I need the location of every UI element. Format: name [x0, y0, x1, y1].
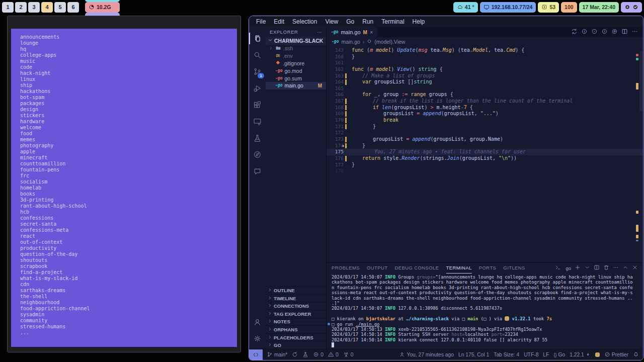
panel-action-chevup-icon[interactable] — [622, 263, 628, 273]
code-editor[interactable]: 143func (m model) Update(msg tea.Msg) (t… — [327, 46, 643, 262]
command-decoration[interactable] — [328, 323, 330, 325]
breadcrumb-symbol[interactable]: (model).View — [374, 39, 405, 45]
file-item-main.go[interactable]: -gomain.goM — [266, 82, 326, 89]
file-item-go.sum[interactable]: -gogo.sum — [266, 74, 326, 82]
weather-widget[interactable]: 41 ° — [453, 2, 478, 13]
section-outline[interactable]: OUTLINE — [266, 286, 326, 294]
status-gitlens-mode[interactable] — [302, 351, 308, 358]
code-text: } — [352, 162, 355, 168]
network-widget[interactable]: 192.168.10.77/24 — [480, 2, 536, 13]
file-item-go.mod[interactable]: -gogo.mod — [266, 67, 326, 74]
status-go-version[interactable]: 1.22.1 — [570, 352, 591, 358]
status-language[interactable]: {}Go — [553, 352, 565, 357]
brightness-widget[interactable]: 53 — [538, 2, 559, 13]
panel-tab-terminal[interactable]: TERMINAL — [446, 263, 472, 274]
activity-settings[interactable] — [249, 330, 266, 347]
action-compare-icon[interactable] — [571, 28, 578, 37]
menu-item-selection[interactable]: Selection — [288, 18, 321, 25]
battery-pct-widget[interactable]: 100 — [561, 2, 577, 13]
clock-widget[interactable]: 17 Mar, 22:40 — [579, 2, 619, 13]
file-item-gitignore[interactable]: .gitignore — [266, 60, 326, 67]
status-encoding[interactable]: UTF-8 — [524, 352, 538, 357]
activity-run-debug[interactable] — [249, 80, 266, 97]
code-text: } — [352, 124, 376, 130]
panel-tab-output[interactable]: OUTPUT — [367, 263, 387, 274]
action-circle-right-icon[interactable] — [601, 28, 608, 37]
tray-widget[interactable] — [621, 2, 642, 13]
activity-remote-explorer[interactable] — [249, 113, 266, 130]
status-tab-size[interactable]: Tab Size: 4 — [494, 352, 519, 357]
workspace-button-2[interactable]: 2 — [15, 2, 27, 13]
panel-action-more-icon[interactable] — [613, 263, 619, 273]
activity-extensions[interactable] — [249, 97, 266, 113]
section-placeholders[interactable]: PLACEHOLDERS — [266, 333, 326, 341]
workspace-button-5[interactable]: 5 — [54, 2, 66, 13]
menu-item-help[interactable]: Help — [409, 18, 429, 25]
status-cursor-position[interactable]: Ln 175, Col 1 — [458, 352, 489, 357]
status-blame[interactable]: You, 27 minutes ago — [399, 351, 454, 358]
integrated-terminal[interactable]: 2024/03/17 14:50:07 INFO Groups groups="… — [327, 273, 643, 349]
menu-item-edit[interactable]: Edit — [270, 18, 288, 25]
panel-tab-debug-console[interactable]: DEBUG CONSOLE — [394, 263, 439, 274]
menu-item-run[interactable]: Run — [358, 18, 377, 25]
activity-comments[interactable] — [249, 163, 266, 179]
menu-item-go[interactable]: Go — [342, 18, 358, 25]
action-more-icon[interactable] — [631, 28, 638, 37]
activity-gitlens[interactable] — [249, 146, 266, 163]
activity-source-control[interactable]: 1 — [249, 63, 266, 80]
workspace-button-1[interactable]: 1 — [2, 2, 14, 13]
section-timeline[interactable]: TIMELINE — [266, 294, 326, 302]
remote-indicator[interactable] — [249, 349, 263, 360]
panel-tab-gitlens[interactable]: GITLENS — [503, 263, 525, 274]
section-tag-explorer[interactable]: TAG EXPLORER — [266, 310, 326, 318]
workspace-button-4[interactable]: 4 — [41, 2, 53, 13]
channel-item: minecraft — [20, 155, 235, 161]
status-eol[interactable]: LF — [543, 352, 549, 357]
panel-tab-ports[interactable]: PORTS — [479, 263, 497, 274]
breadcrumb-file[interactable]: main.go — [341, 39, 360, 45]
file-item-env[interactable]: .env — [266, 52, 326, 60]
section-orphans[interactable]: ORPHANS — [266, 325, 326, 333]
close-tab-icon[interactable]: × — [370, 29, 373, 35]
battery-widget[interactable]: 2% — [85, 0, 120, 2]
status-gopher[interactable] — [595, 352, 600, 357]
menu-item-file[interactable]: File — [252, 18, 270, 25]
workspace-button-3[interactable]: 3 — [28, 2, 40, 13]
status-prettier[interactable]: Prettier — [604, 351, 628, 358]
activity-bottom — [249, 314, 266, 347]
status-warnings[interactable]: 0 — [328, 351, 339, 358]
section-go[interactable]: GO — [266, 341, 326, 349]
activity-accounts[interactable] — [249, 314, 266, 330]
panel-action-trash-icon[interactable] — [603, 263, 609, 273]
workspace-button-6[interactable]: 6 — [67, 2, 79, 13]
action-split-icon[interactable] — [621, 28, 628, 37]
status-notifications[interactable] — [633, 351, 639, 358]
action-circle-icon[interactable] — [591, 28, 598, 37]
status-ports[interactable]: 0 — [343, 351, 354, 358]
menu-item-terminal[interactable]: Terminal — [377, 18, 408, 25]
section-connections[interactable]: CONNECTIONS — [266, 302, 326, 310]
file-icon-folder — [275, 45, 281, 52]
status-git-branch[interactable]: main* — [267, 351, 287, 358]
terminal-shell-icon[interactable] — [555, 263, 561, 273]
panel-action-chevdown-icon[interactable] — [584, 263, 590, 273]
menu-item-view[interactable]: View — [321, 18, 342, 25]
activity-search[interactable] — [249, 47, 266, 63]
terminal-viewport[interactable]: announcementsloungehqcollege-appsmusicco… — [11, 29, 237, 347]
action-circle-play-icon[interactable] — [611, 28, 618, 37]
status-errors[interactable]: 0 — [313, 351, 324, 358]
file-item-ssh[interactable]: .ssh — [266, 45, 326, 52]
tab-main-go[interactable]: -go main.go M × — [327, 27, 378, 37]
activity-explorer[interactable] — [249, 30, 266, 47]
panel-action-plus-icon[interactable] — [575, 263, 581, 273]
panel-tab-problems[interactable]: PROBLEMS — [332, 263, 360, 274]
tree-root-charming-slack[interactable]: CHARMING-SLACK — [266, 37, 326, 45]
section-notes[interactable]: NOTES — [266, 318, 326, 326]
explorer-more-icon[interactable]: ⋯ — [317, 29, 322, 35]
panel-action-close-icon[interactable] — [632, 263, 638, 273]
status-sync[interactable] — [292, 351, 298, 358]
memory-widget[interactable]: 10.2G — [85, 2, 120, 13]
activity-testing[interactable] — [249, 130, 266, 146]
action-circle-left-icon[interactable] — [581, 28, 588, 37]
panel-action-split-icon[interactable] — [594, 263, 600, 273]
